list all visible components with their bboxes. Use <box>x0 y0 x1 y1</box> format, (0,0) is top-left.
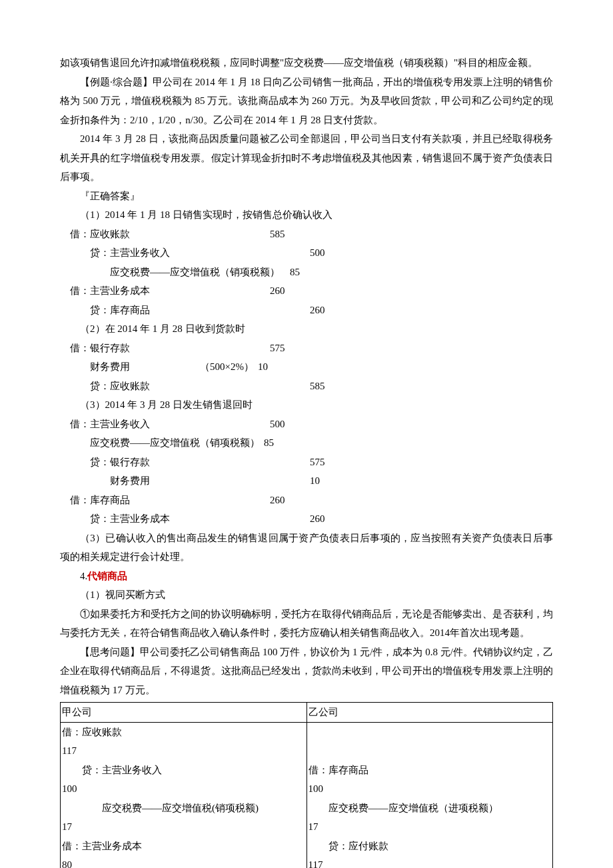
journal-entry: 贷：应收账款585 <box>70 377 553 396</box>
table-line: 80 <box>62 855 305 868</box>
journal-entry: 借：主营业务收入500 <box>70 415 553 434</box>
journal-block-2: 借：银行存款575 财务费用 （500×2%）10 贷：应收账款585 <box>60 339 553 396</box>
answer-label: 『正确答案』 <box>60 187 553 206</box>
amount: 575 <box>270 339 303 358</box>
section-4-prefix: 4. <box>80 571 87 581</box>
table-header-left: 甲公司 <box>61 703 307 723</box>
table-line: 借：主营业务成本 <box>62 837 305 856</box>
journal-entry: 应交税费——应交增值税（销项税额）85 <box>70 263 553 282</box>
amount: 260 <box>310 301 343 320</box>
table-header-right: 乙公司 <box>306 703 553 723</box>
table-line: 贷：应付账款 <box>308 837 552 856</box>
step-3-label: （3）2014 年 3 月 28 日发生销售退回时 <box>60 395 553 415</box>
amount: 500 <box>270 415 303 434</box>
journal-entry: 借：应收账款585 <box>70 225 553 244</box>
table-line: 117 <box>62 741 305 761</box>
section-4-title: 代销商品 <box>87 571 127 581</box>
amount: 575 <box>310 453 343 472</box>
para-example: 【例题·综合题】甲公司在 2014 年 1 月 18 日向乙公司销售一批商品，开… <box>60 73 553 130</box>
para-sub1-desc: ①如果委托方和受托方之间的协议明确标明，受托方在取得代销商品后，无论是否能够卖出… <box>60 605 553 643</box>
journal-entry: 贷：主营业务收入500 <box>70 243 553 263</box>
para-sub1: （1）视同买断方式 <box>60 585 553 605</box>
table-line: 100 <box>308 779 552 799</box>
journal-entry: 贷：银行存款575 <box>70 453 553 472</box>
para-think: 【思考问题】甲公司委托乙公司销售商品 100 万件，协议价为 1 元/件，成本为… <box>60 643 553 700</box>
journal-entry: 财务费用 （500×2%）10 <box>70 357 553 377</box>
table-line: 借：应收账款 <box>62 723 305 742</box>
table-line: 贷：主营业务收入 <box>62 761 305 780</box>
journal-entry: 借：库存商品260 <box>70 491 553 510</box>
amount: 85 <box>290 263 323 282</box>
table-cell-left: 借：应收账款117 贷：主营业务收入100 应交税费——应交增值税(销项税额)1… <box>61 722 307 868</box>
journal-entry: 借：主营业务成本260 <box>70 281 553 301</box>
para-3: 2014 年 3 月 28 日，该批商品因质量问题被乙公司全部退回，甲公司当日支… <box>60 129 553 187</box>
journal-block-1: 借：应收账款585 贷：主营业务收入500 应交税费——应交增值税（销项税额）8… <box>60 225 553 320</box>
journal-entry: 借：银行存款575 <box>70 339 553 358</box>
amount: 10 <box>258 357 291 377</box>
step-2-label: （2）在 2014 年 1 月 28 日收到货款时 <box>60 319 553 339</box>
section-4-heading: 4.代销商品 <box>60 567 553 586</box>
table-line <box>308 723 552 742</box>
journal-entry: 财务费用10 <box>70 471 553 491</box>
journal-entry: 贷：库存商品260 <box>70 301 553 320</box>
table-line: 应交税费——应交增值税（进项税额） <box>308 799 552 818</box>
step-1-label: （1）2014 年 1 月 18 日销售实现时，按销售总价确认收入 <box>60 205 553 225</box>
amount: 585 <box>270 225 303 244</box>
amount: 10 <box>310 471 343 491</box>
amount: 85 <box>264 433 297 453</box>
table-line: 17 <box>62 817 305 837</box>
journal-entry: 贷：主营业务成本260 <box>70 509 553 529</box>
amount: 260 <box>270 281 303 301</box>
para-note-3: （3）已确认收入的售出商品发生的销售退回属于资产负债表日后事项的，应当按照有关资… <box>60 529 553 567</box>
journal-block-3: 借：主营业务收入500 应交税费——应交增值税（销项税额）85 贷：银行存款57… <box>60 415 553 529</box>
table-line: 117 <box>308 855 552 868</box>
table-line: 借：库存商品 <box>308 761 552 780</box>
amount: 260 <box>310 509 343 529</box>
table-cell-right: 借：库存商品100 应交税费——应交增值税（进项税额）17 贷：应付账款117 <box>306 722 553 868</box>
table-line: 17 <box>308 817 552 837</box>
table-line: 应交税费——应交增值税(销项税额) <box>62 799 305 818</box>
amount: 500 <box>310 243 343 263</box>
amount: 260 <box>270 491 303 510</box>
amount: 585 <box>310 377 343 396</box>
comparison-table: 甲公司 乙公司 借：应收账款117 贷：主营业务收入100 应交税费——应交增值… <box>60 702 553 868</box>
journal-entry: 应交税费——应交增值税（销项税额）85 <box>70 433 553 453</box>
table-line <box>308 741 552 761</box>
table-line: 100 <box>62 779 305 799</box>
para-1: 如该项销售退回允许扣减增值税税额，应同时调整"应交税费——应交增值税（销项税额）… <box>60 53 553 73</box>
